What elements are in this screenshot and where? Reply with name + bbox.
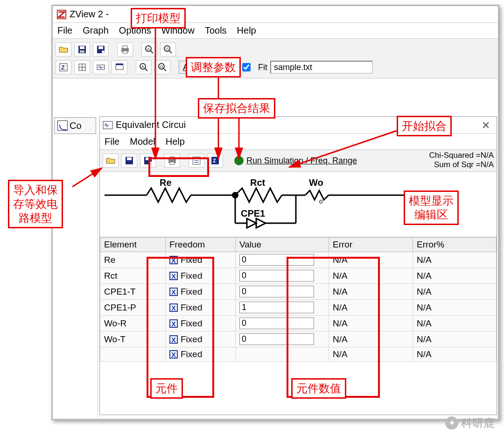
complex-tab-label: Co — [70, 120, 82, 131]
col-error[interactable]: Error — [329, 238, 413, 252]
params-icon — [192, 156, 201, 165]
cell-error: N/A — [329, 252, 413, 268]
fit-label: Fit — [258, 63, 267, 72]
eqc-close-button[interactable]: ✕ — [480, 120, 492, 132]
anno-print: 打印模型 — [131, 8, 186, 28]
cell-errorp: N/A — [413, 252, 497, 268]
zview-logo-icon — [56, 9, 67, 20]
eqc-print-button[interactable] — [164, 154, 180, 168]
filename-input[interactable] — [270, 61, 373, 74]
printer-icon — [168, 156, 177, 165]
zoom-a2-button[interactable]: A — [136, 60, 152, 74]
eqc-menu-model[interactable]: Model — [130, 136, 155, 147]
cell-freedom[interactable]: XFixed — [166, 284, 236, 300]
svg-text:Z: Z — [213, 158, 216, 163]
eqc-menu-file[interactable]: File — [105, 136, 119, 147]
svg-rect-5 — [98, 46, 103, 49]
svg-rect-22 — [116, 65, 123, 70]
cell-error: N/A — [329, 268, 413, 284]
cell-value — [236, 331, 329, 347]
circuit-bar-icon — [115, 63, 124, 71]
value-input[interactable] — [239, 333, 314, 345]
menu-graph[interactable]: Graph — [83, 25, 109, 36]
circuit-bar-button[interactable] — [112, 60, 127, 74]
zoom-g-button[interactable]: G — [160, 42, 176, 56]
table-row: RctXFixedN/AN/A — [100, 268, 497, 284]
svg-line-11 — [150, 50, 153, 53]
value-input[interactable] — [239, 270, 314, 282]
table-row: XFixedN/AN/A — [100, 347, 497, 362]
zoom-a2-icon: A — [139, 63, 148, 72]
cell-freedom[interactable]: XFixed — [166, 252, 236, 268]
save-as-button[interactable] — [93, 42, 109, 56]
complex-tab[interactable]: Co — [54, 117, 96, 134]
value-input[interactable] — [239, 317, 314, 329]
eqc-save-button[interactable] — [121, 154, 137, 168]
run-simulation-button[interactable]: Run Simulation / Freq. Range — [246, 156, 357, 166]
fit-stats: Chi-Squared =N/A Sum of Sqr =N/A — [429, 151, 494, 169]
eqc-menu-help[interactable]: Help — [166, 136, 185, 147]
value-input[interactable] — [239, 302, 314, 313]
anno-value: 元件数值 — [291, 378, 346, 399]
value-input[interactable] — [239, 286, 314, 297]
eqc-toolbar: Z Run Simulation / Freq. Range Chi-Squar… — [100, 149, 497, 172]
svg-rect-23 — [116, 63, 123, 65]
menu-help[interactable]: Help — [237, 25, 256, 36]
cell-element: Wo-R — [100, 316, 166, 331]
cell-value — [236, 252, 329, 268]
checkbox-x-icon: X — [169, 319, 178, 328]
cell-error: N/A — [329, 331, 413, 347]
col-freedom[interactable]: Freedom — [166, 238, 236, 252]
col-errorp[interactable]: Error% — [413, 238, 497, 252]
z-icon: Z — [59, 63, 68, 71]
wechat-icon: ✦ — [445, 416, 458, 430]
printer-icon — [120, 45, 130, 54]
cell-freedom[interactable]: XFixed — [166, 268, 236, 284]
svg-rect-2 — [80, 46, 84, 49]
table-row: CPE1-PXFixedN/AN/A — [100, 300, 497, 316]
anno-adjust: 调整参数 — [186, 57, 241, 78]
svg-rect-8 — [123, 46, 127, 49]
col-element[interactable]: Element — [100, 238, 166, 252]
menu-file[interactable]: File — [57, 25, 72, 36]
eqc-params-button[interactable] — [189, 154, 204, 168]
checkbox-x-icon: X — [169, 288, 178, 296]
circuit-button[interactable] — [93, 60, 109, 74]
save-as-icon — [97, 45, 105, 54]
eqc-title: Equivalent Circui — [116, 120, 186, 130]
grid-button[interactable] — [74, 60, 90, 74]
open-button[interactable] — [56, 42, 71, 56]
cell-error: N/A — [329, 284, 413, 300]
cell-freedom[interactable]: XFixed — [166, 347, 236, 362]
run-status-icon — [234, 156, 244, 165]
zoom-g-icon: G — [163, 45, 173, 54]
cell-freedom[interactable]: XFixed — [166, 331, 236, 347]
save-icon — [78, 45, 86, 54]
save-z-icon: Z — [211, 156, 219, 165]
cell-value — [236, 284, 329, 300]
zoom-g2-button[interactable]: G — [154, 60, 170, 74]
value-input[interactable] — [239, 254, 314, 266]
z-button[interactable]: Z — [56, 60, 71, 74]
anno-element: 元件 — [150, 378, 183, 399]
svg-point-6 — [102, 50, 105, 53]
label-rct: Rct — [250, 177, 265, 188]
eqc-saveas-button[interactable] — [140, 154, 156, 168]
zview-title: ZView 2 - — [70, 9, 109, 20]
save-button[interactable] — [74, 42, 90, 56]
eqc-savez-button[interactable]: Z — [207, 154, 223, 168]
checkbox-x-icon: X — [169, 303, 178, 312]
svg-text:A: A — [147, 47, 150, 51]
col-value[interactable]: Value — [236, 238, 329, 252]
fit-checkbox[interactable] — [242, 63, 251, 71]
svg-text:o: o — [319, 197, 323, 205]
cell-freedom[interactable]: XFixed — [166, 316, 236, 331]
cell-value — [236, 316, 329, 331]
cell-errorp: N/A — [413, 331, 497, 347]
eqc-open-button[interactable] — [103, 154, 119, 168]
menu-tools[interactable]: Tools — [205, 25, 227, 36]
zoom-a-button[interactable]: A — [141, 42, 157, 56]
svg-text:G: G — [160, 64, 163, 69]
cell-freedom[interactable]: XFixed — [166, 300, 236, 316]
print-button[interactable] — [117, 42, 133, 56]
